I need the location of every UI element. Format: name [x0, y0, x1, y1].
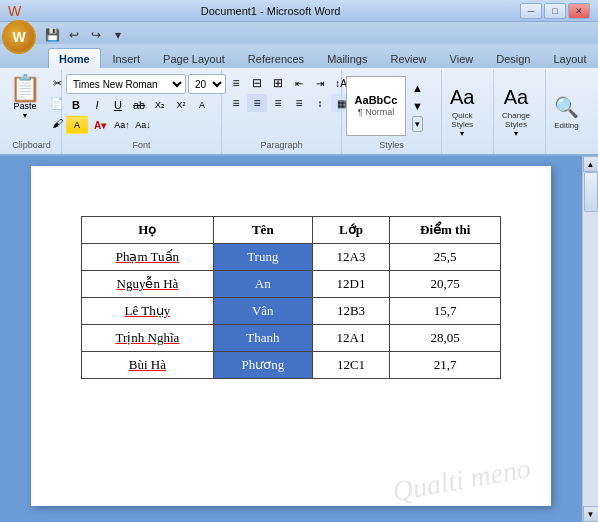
cell-255: 25,5 [390, 244, 501, 271]
font-color-button[interactable]: A▾ [89, 116, 111, 134]
tab-references[interactable]: References [237, 48, 315, 68]
align-center-button[interactable]: ≡ [247, 94, 267, 112]
clear-formatting-button[interactable]: A [192, 96, 212, 114]
tab-page-layout[interactable]: Page Layout [152, 48, 236, 68]
quick-styles-dropdown-icon: ▾ [460, 129, 464, 138]
close-button[interactable]: ✕ [568, 3, 590, 19]
quick-styles-icon: Aa [450, 86, 474, 109]
save-qa-button[interactable]: 💾 [42, 26, 62, 44]
cell-van: Vân [213, 298, 312, 325]
styles-content: AaBbCc ¶ Normal ▲ ▼ ▾ [346, 72, 425, 139]
tab-insert[interactable]: Insert [102, 48, 152, 68]
tab-home[interactable]: Home [48, 48, 101, 68]
cell-thanh: Thanh [213, 325, 312, 352]
ribbon-group-font: Times New Roman 20 B I U ab X₂ X² A A A▾… [62, 70, 222, 154]
maximize-button[interactable]: □ [544, 3, 566, 19]
scroll-down-arrow[interactable]: ▼ [583, 506, 599, 522]
tab-review[interactable]: Review [379, 48, 437, 68]
quick-styles-label: QuickStyles [451, 111, 473, 129]
font-row-2: B I U ab X₂ X² A [66, 96, 226, 114]
cell-12a3: 12A3 [312, 244, 390, 271]
scroll-up-arrow[interactable]: ▲ [583, 156, 599, 172]
style-preview[interactable]: AaBbCc ¶ Normal [346, 76, 406, 136]
title-bar-controls[interactable]: ─ □ ✕ [520, 3, 590, 19]
change-styles-button[interactable]: Aa ChangeStyles ▾ [498, 72, 534, 152]
cell-2805: 28,05 [390, 325, 501, 352]
tab-mailings[interactable]: Mailings [316, 48, 378, 68]
tab-bar: Home Insert Page Layout References Maili… [0, 44, 598, 68]
underline-button[interactable]: U [108, 96, 128, 114]
ribbon-group-styles: AaBbCc ¶ Normal ▲ ▼ ▾ Styles [342, 70, 442, 154]
office-button[interactable]: W [2, 20, 36, 54]
tab-view[interactable]: View [439, 48, 485, 68]
align-right-button[interactable]: ≡ [268, 94, 288, 112]
document-scroll-area: Họ Tên Lớp Điểm thi Phạm Tuấn Trung 12A3… [0, 156, 582, 522]
redo-qa-button[interactable]: ↪ [86, 26, 106, 44]
cell-2075: 20,75 [390, 271, 501, 298]
align-left-button[interactable]: ≡ [226, 94, 246, 112]
watermark: Qualti meno [390, 452, 533, 508]
cell-lethuy: Lê Thụy [82, 298, 214, 325]
multilevel-list-button[interactable]: ⊞ [268, 74, 288, 92]
font-label: Font [66, 140, 217, 152]
font-family-select[interactable]: Times New Roman [66, 74, 186, 94]
style-normal-preview: AaBbCc [355, 94, 398, 106]
line-spacing-button[interactable]: ↕ [310, 94, 330, 112]
header-lop: Lớp [312, 217, 390, 244]
title-bar-left: W [8, 3, 21, 19]
bullets-button[interactable]: ≡ [226, 74, 246, 92]
table-header-row: Họ Tên Lớp Điểm thi [82, 217, 501, 244]
tab-design[interactable]: Design [485, 48, 541, 68]
cell-buiha: Bùi Hà [82, 352, 214, 379]
tab-layout[interactable]: Layout [542, 48, 597, 68]
strikethrough-button[interactable]: ab [129, 96, 149, 114]
table-row: Nguyễn Hà An 12D1 20,75 [82, 271, 501, 298]
office-logo: W [12, 29, 25, 45]
cell-12d1: 12D1 [312, 271, 390, 298]
paste-icon: 📋 [9, 75, 41, 101]
styles-label: Styles [346, 140, 437, 152]
shrink-font-button[interactable]: Aa↓ [133, 116, 153, 134]
ribbon: 📋 Paste ▾ ✂ 📄 🖌 Clipboard Times New Roma… [0, 68, 598, 156]
minimize-button[interactable]: ─ [520, 3, 542, 19]
scroll-thumb[interactable] [584, 172, 598, 212]
change-styles-label: ChangeStyles [502, 111, 530, 129]
font-row-1: Times New Roman 20 [66, 74, 226, 94]
paste-button[interactable]: 📋 Paste ▾ [6, 72, 44, 123]
scroll-track[interactable] [583, 172, 599, 506]
cell-12b3: 12B3 [312, 298, 390, 325]
highlight-button[interactable]: A [66, 116, 88, 134]
styles-down-button[interactable]: ▼ [410, 98, 425, 114]
qa-dropdown-button[interactable]: ▾ [108, 26, 128, 44]
subscript-button[interactable]: X₂ [150, 96, 170, 114]
grow-font-button[interactable]: Aa↑ [112, 116, 132, 134]
editing-button[interactable]: 🔍 Editing [550, 72, 583, 152]
clipboard-label: Clipboard [6, 140, 57, 152]
styles-buttons: ▲ ▼ ▾ [410, 80, 425, 132]
ribbon-group-paragraph: ≡ ⊟ ⊞ ⇤ ⇥ ↕A ¶ ≡ ≡ ≡ ≡ ↕ ▦ ⊞▾ Paragraph [222, 70, 342, 154]
document-page[interactable]: Họ Tên Lớp Điểm thi Phạm Tuấn Trung 12A3… [31, 166, 551, 506]
ribbon-group-change-styles: Aa ChangeStyles ▾ [494, 70, 546, 154]
numbered-list-button[interactable]: ⊟ [247, 74, 267, 92]
paste-dropdown-icon: ▾ [23, 111, 27, 120]
increase-indent-button[interactable]: ⇥ [310, 74, 330, 92]
undo-qa-button[interactable]: ↩ [64, 26, 84, 44]
italic-button[interactable]: I [87, 96, 107, 114]
table-row: Trịnh Nghĩa Thanh 12A1 28,05 [82, 325, 501, 352]
superscript-button[interactable]: X² [171, 96, 191, 114]
vertical-scrollbar[interactable]: ▲ ▼ [582, 156, 598, 522]
cell-phuong: Phương [213, 352, 312, 379]
quick-styles-button[interactable]: Aa QuickStyles ▾ [446, 72, 478, 152]
header-ho: Họ [82, 217, 214, 244]
justify-button[interactable]: ≡ [289, 94, 309, 112]
decrease-indent-button[interactable]: ⇤ [289, 74, 309, 92]
cell-phamtuan: Phạm Tuấn [82, 244, 214, 271]
font-size-select[interactable]: 20 [188, 74, 226, 94]
cell-12c1: 12C1 [312, 352, 390, 379]
bold-button[interactable]: B [66, 96, 86, 114]
styles-more-button[interactable]: ▾ [412, 116, 423, 132]
styles-up-button[interactable]: ▲ [410, 80, 425, 96]
clipboard-content: 📋 Paste ▾ ✂ 📄 🖌 [6, 72, 68, 139]
cell-157: 15,7 [390, 298, 501, 325]
header-ten: Tên [213, 217, 312, 244]
